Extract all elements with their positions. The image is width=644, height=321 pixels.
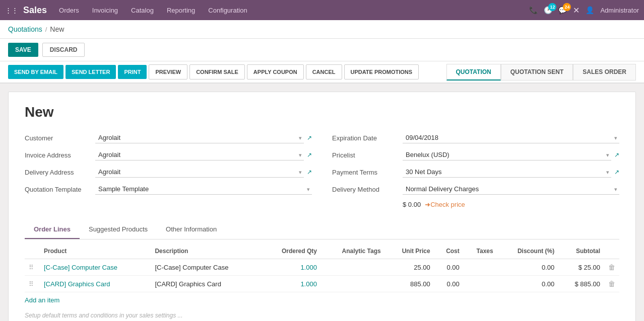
preview-button[interactable]: PREVIEW [149,64,187,79]
col-product: Product [40,244,151,259]
product-cell[interactable]: [C-Case] Computer Case [40,259,151,276]
delivery-address-ext-link-icon[interactable]: ↗ [307,169,312,176]
breadcrumb-parent[interactable]: Quotations [8,25,42,33]
breadcrumb: Quotations / New [0,20,644,39]
delivery-method-input[interactable] [403,184,619,195]
description-cell: [C-Case] Computer Case [151,259,262,276]
quotation-template-value-wrapper [95,184,312,195]
menu-configuration[interactable]: Configuration [206,7,249,14]
app-title[interactable]: Sales [23,5,47,16]
pricelist-input[interactable] [403,149,611,160]
payment-terms-field-row: Payment Terms ↗ [332,167,619,178]
main-content: New Customer ↗ Invoice Address [0,84,644,321]
drag-handle[interactable]: ⠿ [25,259,40,276]
customer-ext-link-icon[interactable]: ↗ [307,134,312,141]
send-email-button[interactable]: SEND BY EMAIL [8,65,63,79]
close-icon[interactable]: ✕ [573,6,579,15]
breadcrumb-separator: / [45,26,47,33]
check-price-link[interactable]: ➜Check price [425,201,465,208]
status-steps: QUOTATION QUOTATION SENT SALES ORDER [446,64,636,81]
print-button[interactable]: PRINT [118,65,147,79]
unit-price-cell[interactable]: 885.00 [385,276,434,292]
product-cell[interactable]: [CARD] Graphics Card [40,276,151,292]
update-promotions-button[interactable]: UPDATE PROMOTIONS [344,64,419,79]
analytic-tags-cell[interactable] [321,276,385,292]
order-table: Product Description Ordered Qty Analytic… [25,244,619,292]
drag-handle[interactable]: ⠿ [25,276,40,292]
tab-other-information[interactable]: Other Information [157,220,226,239]
save-button[interactable]: SAVE [8,43,38,57]
col-ordered-qty: Ordered Qty [262,244,321,259]
delivery-method-label: Delivery Method [332,186,403,193]
delete-cell[interactable]: 🗑 [604,276,619,292]
send-letter-button[interactable]: SEND LETTER [66,65,116,79]
apply-coupon-button[interactable]: APPLY COUPON [247,64,304,79]
description-cell: [CARD] Graphics Card [151,276,262,292]
step-quotation-sent[interactable]: QUOTATION SENT [501,64,573,81]
invoice-address-label: Invoice Address [25,151,95,159]
user-avatar[interactable]: 👤 [586,6,594,14]
col-drag [25,244,40,259]
pricelist-label: Pricelist [332,151,403,159]
delivery-price-value: $ 0.00 [403,201,421,208]
delete-cell[interactable]: 🗑 [604,259,619,276]
delivery-address-value-wrapper: ↗ [95,167,312,178]
table-row: ⠿ [CARD] Graphics Card [CARD] Graphics C… [25,276,619,292]
subtotal-cell: $ 25.00 [558,259,604,276]
unit-price-cell[interactable]: 25.00 [385,259,434,276]
taxes-cell[interactable] [464,276,497,292]
user-name[interactable]: Administrator [600,7,639,14]
expiration-date-input[interactable] [403,132,619,143]
tab-suggested-products[interactable]: Suggested Products [80,220,157,239]
step-quotation[interactable]: QUOTATION [446,64,501,81]
phone-icon[interactable]: 📞 [529,6,538,14]
col-cost: Cost [434,244,464,259]
expiration-date-field-row: Expiration Date [332,132,619,143]
menu-orders[interactable]: Orders [57,7,81,14]
main-menu: Orders Invoicing Catalog Reporting Confi… [57,7,529,14]
taxes-cell[interactable] [464,259,497,276]
customer-label: Customer [25,134,95,142]
tabs-bar: Order Lines Suggested Products Other Inf… [25,220,619,239]
delivery-address-input[interactable] [95,167,304,178]
add-item-link[interactable]: Add an item [25,296,59,304]
pricelist-field-row: Pricelist ↗ [332,149,619,160]
topnav-right: 📞 🕐12 💬24 ✕ 👤 Administrator [529,6,639,15]
payment-terms-ext-link-icon[interactable]: ↗ [614,169,619,176]
pricelist-ext-link-icon[interactable]: ↗ [614,151,619,158]
clock-icon[interactable]: 🕐12 [544,6,552,14]
breadcrumb-current: New [50,25,64,33]
payment-terms-input[interactable] [403,167,611,178]
chat-icon[interactable]: 💬24 [558,6,567,14]
analytic-tags-cell[interactable] [321,259,385,276]
invoice-address-input[interactable] [95,149,304,160]
delivery-method-value-wrapper [403,184,619,195]
delivery-address-select-wrapper [95,167,304,178]
expiration-date-value-wrapper [403,132,619,143]
grid-icon[interactable]: ⋮⋮ [5,7,18,14]
customer-input[interactable] [95,132,304,143]
menu-reporting[interactable]: Reporting [165,7,197,14]
discard-button[interactable]: DISCARD [42,43,85,57]
step-sales-order[interactable]: SALES ORDER [573,64,636,81]
customer-select-wrapper [95,132,304,143]
qty-cell[interactable]: 1.000 [262,259,321,276]
cost-cell: 0.00 [434,259,464,276]
col-unit-price: Unit Price [385,244,434,259]
payment-terms-value-wrapper: ↗ [403,167,619,178]
tab-order-lines[interactable]: Order Lines [25,220,80,239]
discount-cell[interactable]: 0.00 [497,259,559,276]
qty-cell[interactable]: 1.000 [262,276,321,292]
col-discount: Discount (%) [497,244,559,259]
menu-invoicing[interactable]: Invoicing [90,7,120,14]
confirm-sale-button[interactable]: CONFIRM SALE [189,64,245,79]
discount-cell[interactable]: 0.00 [497,276,559,292]
menu-catalog[interactable]: Catalog [129,7,156,14]
invoice-address-ext-link-icon[interactable]: ↗ [307,151,312,158]
quotation-template-input[interactable] [95,184,312,195]
cancel-button[interactable]: CANCEL [306,64,342,79]
top-navigation: ⋮⋮ Sales Orders Invoicing Catalog Report… [0,0,644,20]
customer-value-wrapper: ↗ [95,132,312,143]
quotation-template-label: Quotation Template [25,186,95,193]
col-taxes: Taxes [464,244,497,259]
